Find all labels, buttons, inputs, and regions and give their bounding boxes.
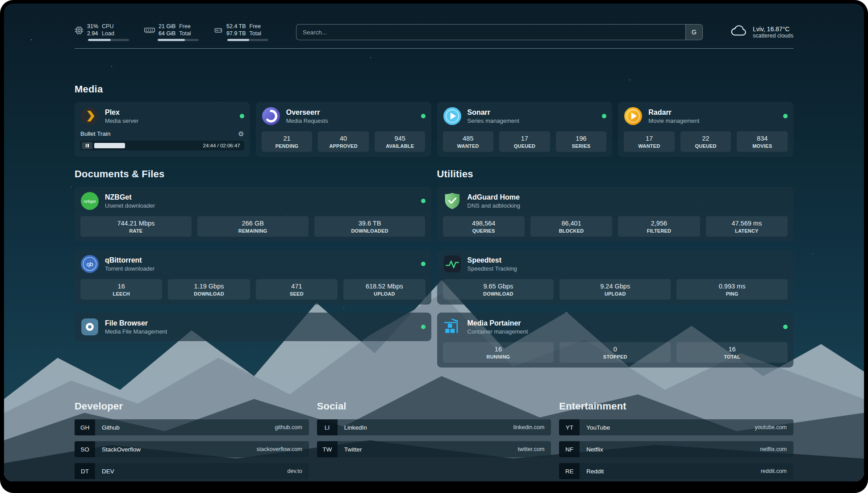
status-dot bbox=[421, 199, 426, 203]
stat-leech: 16LEECH bbox=[80, 279, 162, 300]
bookmark-netflix[interactable]: NF Netflix netflix.com bbox=[559, 441, 793, 457]
bookmark-url: stackoverflow.com bbox=[257, 446, 302, 452]
service-name[interactable]: qBittorrent bbox=[105, 256, 154, 264]
section-entertainment: Entertainment YT YouTube youtube.com NF … bbox=[559, 401, 793, 481]
search-input[interactable] bbox=[296, 24, 703, 40]
service-name[interactable]: File Browser bbox=[105, 319, 167, 327]
stat-filtered: 2,956FILTERED bbox=[618, 216, 700, 237]
status-dot bbox=[783, 114, 788, 118]
stat-seed: 471SEED bbox=[256, 279, 338, 300]
bookmark-name: DEV bbox=[102, 468, 114, 475]
service-card-nzbget: nzbget NZBGet Usenet downloader 744.21 M… bbox=[75, 187, 431, 242]
bookmark-url: linkedin.com bbox=[513, 424, 544, 430]
bookmark-url: netflix.com bbox=[760, 446, 787, 452]
playback-time: 24:44 / 02:06:47 bbox=[203, 143, 240, 148]
bookmark-abbr: GH bbox=[75, 419, 95, 435]
section-media: Media Plex Media server bbox=[75, 84, 793, 157]
bookmark-abbr: TW bbox=[317, 441, 338, 457]
service-description: Series management bbox=[467, 117, 519, 124]
cpu-icon bbox=[75, 26, 83, 35]
stat-approved: 40APPROVED bbox=[318, 131, 369, 152]
cpu-progress-bar bbox=[88, 39, 129, 41]
service-description: Speedtest Tracking bbox=[467, 265, 517, 272]
stat-rate: 744.21 MbpsRATE bbox=[80, 216, 192, 237]
service-card-adguard: AdGuard Home DNS and adblocking 498,564Q… bbox=[437, 187, 794, 242]
bookmark-name: Twitter bbox=[344, 446, 362, 453]
bookmark-youtube[interactable]: YT YouTube youtube.com bbox=[559, 419, 793, 435]
filebrowser-icon[interactable] bbox=[80, 318, 99, 336]
bookmark-name: StackOverflow bbox=[102, 446, 141, 453]
service-name[interactable]: Sonarr bbox=[467, 109, 519, 117]
disk-widget: 52.4 TB97.9 TB FreeTotal bbox=[214, 23, 268, 41]
bookmark-url: youtube.com bbox=[755, 424, 787, 430]
bookmark-url: reddit.com bbox=[761, 468, 787, 474]
bookmark-stackoverflow[interactable]: SO StackOverflow stackoverflow.com bbox=[75, 441, 309, 457]
service-name[interactable]: Speedtest bbox=[467, 256, 517, 264]
stat-available: 945AVAILABLE bbox=[375, 131, 426, 152]
bookmark-name: Github bbox=[102, 424, 120, 431]
bookmark-github[interactable]: GH Github github.com bbox=[75, 419, 309, 435]
status-dot bbox=[783, 325, 788, 329]
portainer-icon[interactable] bbox=[443, 318, 462, 336]
bookmark-reddit[interactable]: RE Reddit reddit.com bbox=[559, 463, 793, 479]
stat-pending: 21PENDING bbox=[262, 131, 313, 152]
stat-movies: 834MOVIES bbox=[737, 131, 788, 152]
playback-progress-fill bbox=[94, 143, 125, 148]
ram-widget: 21 GiB64 GiB FreeTotal bbox=[144, 23, 199, 41]
bookmark-linkedin[interactable]: LI LinkedIn linkedin.com bbox=[317, 419, 551, 435]
ram-values: 21 GiB64 GiB bbox=[159, 23, 175, 37]
radarr-icon[interactable] bbox=[624, 107, 643, 125]
sonarr-icon[interactable] bbox=[443, 107, 462, 125]
service-card-qbittorrent: qb qBittorrent Torrent downloader 16LEEC… bbox=[75, 250, 431, 305]
service-description: DNS and adblocking bbox=[467, 202, 521, 209]
service-name[interactable]: AdGuard Home bbox=[467, 193, 521, 201]
service-name[interactable]: Media Portainer bbox=[467, 319, 528, 327]
search-bar: G bbox=[296, 24, 703, 40]
status-dot bbox=[240, 114, 244, 118]
service-description: Media Requests bbox=[286, 117, 328, 124]
pause-button[interactable] bbox=[82, 142, 92, 149]
gear-icon[interactable]: ⚙ bbox=[238, 130, 244, 137]
nzbget-icon[interactable]: nzbget bbox=[80, 192, 99, 210]
stat-running: 16RUNNING bbox=[443, 342, 554, 363]
service-name[interactable]: Radarr bbox=[648, 109, 699, 117]
service-name[interactable]: NZBGet bbox=[105, 193, 155, 201]
stat-ping: 0.993 msPING bbox=[676, 279, 788, 300]
bookmark-name: YouTube bbox=[586, 424, 610, 431]
service-description: Movie management bbox=[648, 117, 699, 124]
bookmark-twitter[interactable]: TW Twitter twitter.com bbox=[317, 441, 551, 457]
stat-download: 9.65 GbpsDOWNLOAD bbox=[443, 279, 554, 300]
adguard-icon[interactable] bbox=[443, 192, 462, 210]
service-description: Media File Management bbox=[105, 328, 167, 335]
qbittorrent-icon[interactable]: qb bbox=[80, 255, 99, 273]
search-provider-button[interactable]: G bbox=[685, 25, 702, 40]
weather-widget[interactable]: Lviv, 16.87°C scattered clouds bbox=[730, 25, 793, 39]
section-documents: Documents & Files nzbget NZBGet Usenet d… bbox=[75, 168, 431, 376]
stat-series: 196SERIES bbox=[556, 131, 607, 152]
service-name[interactable]: Overseerr bbox=[286, 109, 328, 117]
overseerr-icon[interactable] bbox=[262, 107, 280, 125]
playback-progress[interactable]: 24:44 / 02:06:47 bbox=[80, 141, 244, 150]
speedtest-icon[interactable] bbox=[443, 255, 462, 273]
now-playing-title: Bullet Train bbox=[80, 130, 111, 137]
ram-icon bbox=[144, 26, 155, 35]
status-dot bbox=[421, 325, 426, 329]
service-card-sonarr: Sonarr Series management 485WANTED 17QUE… bbox=[437, 102, 613, 157]
bookmark-url: dev.to bbox=[288, 468, 302, 474]
cloud-icon bbox=[730, 25, 747, 39]
status-dot bbox=[421, 262, 426, 266]
stat-upload: 9.24 GbpsUPLOAD bbox=[559, 279, 671, 300]
plex-icon[interactable] bbox=[80, 107, 99, 125]
cpu-values: 31%2.94 bbox=[87, 23, 98, 37]
stat-wanted: 485WANTED bbox=[443, 131, 494, 152]
section-social: Social LI LinkedIn linkedin.com TW Twitt… bbox=[317, 401, 551, 481]
bookmark-dev[interactable]: DT DEV dev.to bbox=[75, 463, 309, 479]
bookmark-abbr: NF bbox=[559, 441, 580, 457]
stat-download: 1.19 GbpsDOWNLOAD bbox=[168, 279, 250, 300]
wallpaper: 31%2.94 CPULoad bbox=[4, 4, 864, 481]
disk-labels: FreeTotal bbox=[250, 23, 261, 37]
status-dot bbox=[602, 114, 606, 118]
service-name[interactable]: Plex bbox=[105, 109, 138, 117]
stat-queries: 498,564QUERIES bbox=[443, 216, 525, 237]
service-card-speedtest: Speedtest Speedtest Tracking 9.65 GbpsDO… bbox=[437, 250, 794, 305]
